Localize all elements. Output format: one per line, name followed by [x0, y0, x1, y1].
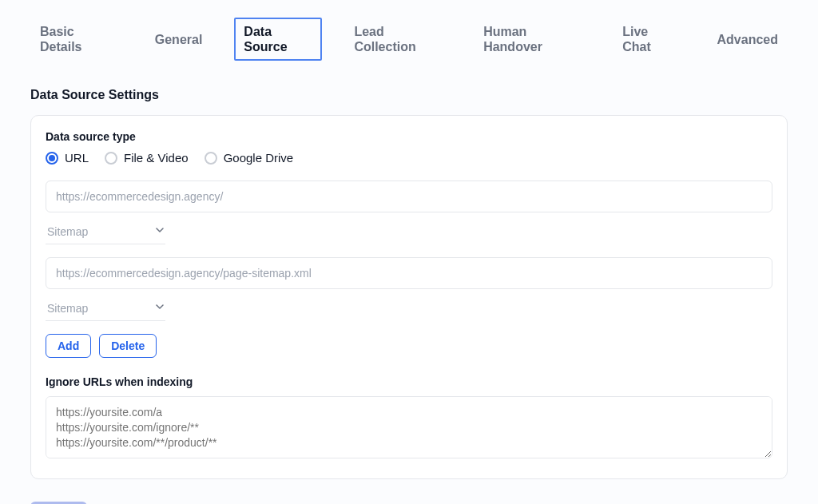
- tab-advanced[interactable]: Advanced: [708, 26, 788, 54]
- url-select-1[interactable]: Sitemap: [46, 219, 165, 244]
- source-type-radio-group: URL File & Video Google Drive: [46, 151, 772, 165]
- tab-general[interactable]: General: [145, 26, 212, 54]
- url-entry-1: Sitemap: [46, 181, 772, 244]
- url-input-2[interactable]: [46, 257, 772, 289]
- tab-data-source[interactable]: Data Source: [234, 18, 322, 61]
- url-select-2[interactable]: Sitemap: [46, 296, 165, 321]
- radio-url-label: URL: [65, 151, 89, 165]
- url-select-1-value: Sitemap: [47, 225, 88, 238]
- add-button[interactable]: Add: [46, 334, 91, 358]
- ignore-urls-textarea[interactable]: [46, 396, 772, 458]
- url-select-2-value: Sitemap: [47, 302, 88, 315]
- chevron-down-icon: [156, 228, 164, 236]
- chevron-down-icon: [156, 304, 164, 312]
- tab-basic-details[interactable]: Basic Details: [30, 18, 123, 61]
- radio-indicator-icon: [46, 152, 58, 165]
- delete-button[interactable]: Delete: [99, 334, 157, 358]
- radio-indicator-icon: [105, 152, 117, 165]
- radio-google-drive[interactable]: Google Drive: [204, 151, 294, 165]
- url-entry-2: Sitemap: [46, 257, 772, 321]
- url-action-buttons: Add Delete: [46, 334, 772, 358]
- radio-file-video-label: File & Video: [124, 151, 189, 165]
- tab-lead-collection[interactable]: Lead Collection: [344, 18, 451, 61]
- url-input-1[interactable]: [46, 181, 772, 212]
- data-source-type-label: Data source type: [46, 130, 772, 143]
- section-title: Data Source Settings: [30, 88, 788, 102]
- radio-google-drive-label: Google Drive: [224, 151, 294, 165]
- radio-url[interactable]: URL: [46, 151, 89, 165]
- radio-file-video[interactable]: File & Video: [105, 151, 189, 165]
- ignore-urls-label: Ignore URLs when indexing: [46, 375, 772, 388]
- data-source-card: Data source type URL File & Video Google…: [30, 115, 788, 479]
- tab-live-chat[interactable]: Live Chat: [613, 18, 685, 61]
- tab-human-handover[interactable]: Human Handover: [474, 18, 590, 61]
- tabs-bar: Basic Details General Data Source Lead C…: [30, 18, 788, 61]
- radio-indicator-icon: [204, 152, 217, 165]
